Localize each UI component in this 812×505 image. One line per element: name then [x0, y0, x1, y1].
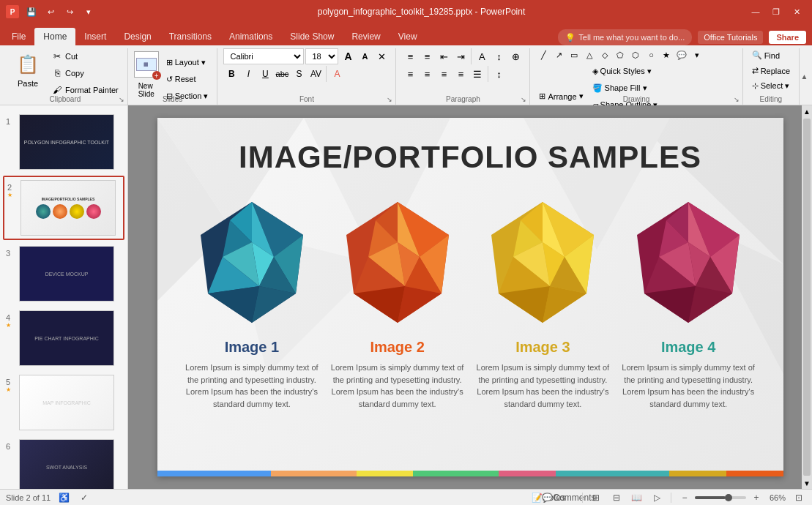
- shape-triangle-btn[interactable]: △: [582, 48, 597, 61]
- scroll-up-btn[interactable]: ▲: [802, 105, 812, 117]
- align-text-btn[interactable]: ↕: [491, 48, 507, 64]
- shape-arrow-btn[interactable]: ↗: [551, 48, 566, 61]
- undo-btn[interactable]: ↩: [42, 4, 59, 20]
- justify-btn[interactable]: ≡: [452, 66, 469, 82]
- zoom-slider-thumb[interactable]: [725, 494, 732, 501]
- shape-rect-btn[interactable]: ▭: [567, 48, 581, 61]
- shape-star-btn[interactable]: ★: [659, 48, 674, 61]
- shape-pentagon-btn[interactable]: ⬠: [613, 48, 627, 61]
- tab-insert[interactable]: Insert: [75, 28, 115, 45]
- align-center-btn[interactable]: ≡: [419, 66, 435, 82]
- tab-animations[interactable]: Animations: [220, 28, 281, 45]
- save-btn[interactable]: 💾: [23, 4, 40, 20]
- redo-btn[interactable]: ↪: [62, 4, 78, 20]
- restore-btn[interactable]: ❐: [767, 4, 786, 20]
- decrease-font-btn[interactable]: A: [357, 48, 373, 64]
- paragraph-expand[interactable]: ↘: [521, 96, 526, 103]
- tell-me-text: Tell me what you want to do...: [578, 33, 685, 42]
- shape-oval-btn[interactable]: ○: [644, 48, 658, 61]
- paste-button[interactable]: 📋 Paste: [9, 48, 47, 91]
- tab-file[interactable]: File: [3, 28, 34, 45]
- tab-transitions[interactable]: Transitions: [160, 28, 220, 45]
- shape-more-btn[interactable]: ▾: [690, 48, 704, 61]
- comments-btn[interactable]: 💬 Comments: [562, 491, 576, 504]
- tab-home[interactable]: Home: [34, 28, 75, 45]
- font-color-btn[interactable]: A: [329, 66, 345, 82]
- font-size-select[interactable]: 18: [305, 48, 338, 64]
- shape-diamond-btn[interactable]: ◇: [597, 48, 612, 61]
- tab-review[interactable]: Review: [343, 28, 389, 45]
- reading-view-btn[interactable]: 📖: [630, 491, 644, 504]
- new-slide-btn[interactable]: ▦ + NewSlide: [134, 51, 159, 98]
- zoom-slider[interactable]: [695, 496, 746, 499]
- minimize-btn[interactable]: —: [746, 4, 765, 20]
- slide-thumb-1[interactable]: 1 POLYGON INFOGRAPHIC TOOLKIT: [3, 111, 124, 173]
- slide-sorter-btn[interactable]: ⊟: [609, 491, 624, 504]
- align-right-btn[interactable]: ≡: [436, 66, 452, 82]
- customize-btn[interactable]: ▾: [81, 4, 97, 20]
- numbering-btn[interactable]: ≡: [419, 48, 435, 64]
- fit-window-btn[interactable]: ⊡: [791, 491, 806, 504]
- scroll-down-btn[interactable]: ▼: [802, 477, 812, 489]
- accessibility-btn[interactable]: ♿: [56, 491, 71, 504]
- find-btn[interactable]: 🔍 Find: [749, 48, 793, 62]
- close-btn[interactable]: ✕: [787, 4, 806, 20]
- slide-canvas[interactable]: IMAGE/PORTFOLIO SAMPLES: [157, 118, 783, 476]
- share-btn[interactable]: Share: [769, 31, 806, 44]
- slide-thumb-6[interactable]: 6 SWOT ANALYSIS: [3, 436, 124, 489]
- select-label: Select ▾: [761, 81, 790, 91]
- reset-btn[interactable]: ↺ Reset: [163, 71, 212, 87]
- canvas-scrollbar[interactable]: ▲ ▼: [802, 105, 812, 489]
- italic-btn[interactable]: I: [240, 66, 256, 82]
- scroll-thumb[interactable]: [803, 119, 811, 476]
- item-text-4: Lorem Ipsum is simply dummy text of the …: [619, 362, 758, 410]
- shape-hexagon-btn[interactable]: ⬡: [628, 48, 643, 61]
- shape-callout-btn[interactable]: 💬: [674, 48, 689, 61]
- decrease-indent-btn[interactable]: ⇤: [436, 48, 452, 64]
- cut-btn[interactable]: ✂ Cut: [48, 48, 122, 64]
- increase-font-btn[interactable]: A: [340, 48, 356, 64]
- strikethrough-btn[interactable]: abc: [274, 66, 290, 82]
- clipboard-expand[interactable]: ↘: [119, 96, 124, 103]
- spellcheck-btn[interactable]: ✓: [77, 491, 92, 504]
- ribbon-scroll-up[interactable]: ▲: [799, 48, 809, 105]
- zoom-out-btn[interactable]: −: [677, 491, 692, 504]
- line-spacing-btn[interactable]: ↕: [491, 66, 507, 82]
- char-spacing-btn[interactable]: AV: [308, 66, 324, 82]
- replace-btn[interactable]: ⇄ Replace: [749, 64, 793, 78]
- slide-thumb-4[interactable]: 4 PIE CHART INFOGRAPHIC: [3, 307, 124, 369]
- font-name-select[interactable]: Calibri: [223, 48, 304, 64]
- office-tutorials-btn[interactable]: Office Tutorials: [698, 31, 763, 44]
- paragraph-label: Paragraph: [396, 95, 529, 103]
- slide-thumb-5[interactable]: 5 MAP INFOGRAPHIC: [3, 372, 124, 433]
- text-shadow-btn[interactable]: S: [291, 66, 307, 82]
- quick-styles-btn[interactable]: ◈ Quick Styles ▾: [589, 63, 661, 79]
- align-left-btn[interactable]: ≡: [402, 66, 418, 82]
- bold-btn[interactable]: B: [223, 66, 239, 82]
- tell-me-box[interactable]: 💡 Tell me what you want to do...: [558, 29, 692, 45]
- copy-btn[interactable]: ⎘ Copy: [48, 65, 122, 81]
- tab-view[interactable]: View: [390, 28, 426, 45]
- normal-view-btn[interactable]: ⊞: [589, 491, 603, 504]
- zoom-in-btn[interactable]: +: [749, 491, 764, 504]
- increase-indent-btn[interactable]: ⇥: [452, 48, 469, 64]
- shape-line-btn[interactable]: ╱: [536, 48, 551, 61]
- columns-btn[interactable]: ☰: [469, 66, 485, 82]
- bullets-btn[interactable]: ≡: [402, 48, 418, 64]
- underline-btn[interactable]: U: [257, 66, 273, 82]
- convert-smartart-btn[interactable]: ⊕: [507, 48, 524, 64]
- circle-img-1: [186, 198, 318, 330]
- font-expand[interactable]: ↘: [387, 96, 392, 103]
- shape-fill-btn[interactable]: 🪣 Shape Fill ▾: [589, 80, 661, 96]
- slide-thumb-3[interactable]: 3 DEVICE MOCKUP: [3, 243, 124, 304]
- layout-arrow: ▾: [201, 58, 206, 67]
- drawing-expand[interactable]: ↘: [734, 96, 740, 103]
- text-dir-btn[interactable]: A: [474, 48, 490, 64]
- select-btn[interactable]: ⊹ Select ▾: [749, 79, 793, 93]
- slideshow-btn[interactable]: ▷: [650, 491, 665, 504]
- tab-design[interactable]: Design: [115, 28, 160, 45]
- tab-slideshow[interactable]: Slide Show: [281, 28, 343, 45]
- layout-btn[interactable]: ⊞ Layout ▾: [163, 54, 212, 70]
- slide-thumb-2[interactable]: 2 IMAGE/PORTFOLIO SAMPLES: [3, 176, 124, 240]
- clear-format-btn[interactable]: ✕: [373, 48, 390, 64]
